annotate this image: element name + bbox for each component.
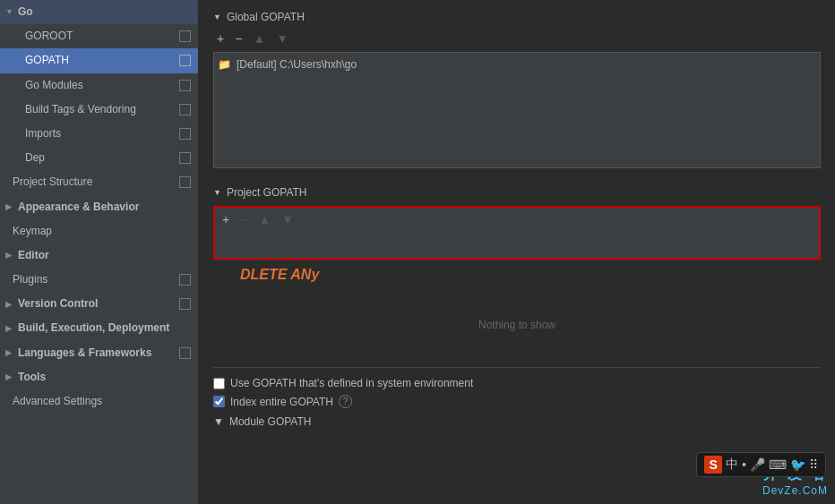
project-structure-icon (179, 176, 191, 188)
global-gopath-arrow-icon[interactable] (213, 13, 221, 21)
help-icon[interactable]: ? (339, 395, 352, 408)
sidebar-item-imports[interactable]: Imports (0, 122, 198, 146)
sidebar-item-go-modules[interactable]: Go Modules (0, 73, 198, 98)
keyboard-icon: ⌨ (769, 457, 787, 472)
sidebar-item-gopath[interactable]: GOPATH (0, 48, 198, 73)
project-gopath-toolbar: + − ▲ ▼ (219, 211, 815, 227)
imports-label: Imports (25, 125, 61, 142)
version-control-label: Version Control (18, 295, 98, 312)
sidebar-item-editor[interactable]: Editor (0, 243, 198, 268)
editor-label: Editor (18, 247, 49, 264)
keymap-label: Keymap (13, 223, 52, 240)
global-path-list: 📁 [Default] C:\Users\hxh\go (213, 52, 821, 168)
global-down-button[interactable]: ▼ (272, 30, 292, 47)
project-add-button[interactable]: + (219, 211, 233, 227)
global-remove-button[interactable]: − (231, 30, 245, 47)
module-gopath-arrow-icon[interactable] (213, 415, 224, 428)
main-content: Global GOPATH + − ▲ ▼ 📁 [Default] C:\Use… (199, 0, 835, 504)
project-path-box: + − ▲ ▼ (213, 206, 821, 260)
languages-arrow-icon (5, 346, 14, 359)
delete-annotation: DLETE ANy (240, 267, 821, 283)
watermark-line2: DevZe.CoM (762, 484, 828, 497)
sidebar-item-go[interactable]: Go (0, 0, 198, 24)
tools-label: Tools (18, 369, 46, 386)
project-gopath-arrow-icon[interactable] (213, 188, 221, 197)
dep-label: Dep (25, 149, 45, 167)
build-tags-icon (179, 104, 191, 115)
mic-icon: 🎤 (750, 457, 765, 472)
project-gopath-header: Project GOPATH (213, 186, 821, 199)
global-gopath-section: Global GOPATH + − ▲ ▼ 📁 [Default] C:\Use… (213, 11, 821, 168)
plugins-label: Plugins (13, 271, 47, 288)
go-arrow-icon (5, 5, 14, 18)
project-up-button[interactable]: ▲ (254, 211, 274, 227)
project-gopath-title: Project GOPATH (227, 186, 307, 199)
project-down-button[interactable]: ▼ (278, 211, 297, 227)
global-gopath-title: Global GOPATH (227, 11, 305, 23)
sidebar-item-tools[interactable]: Tools (0, 365, 198, 389)
appearance-label: Appearance & Behavior (18, 199, 139, 216)
index-gopath-checkbox[interactable] (213, 396, 225, 407)
languages-label: Languages & Frameworks (18, 345, 151, 362)
sidebar-item-plugins[interactable]: Plugins (0, 268, 198, 292)
sidebar-item-keymap[interactable]: Keymap (0, 219, 198, 243)
grid-icon: ⠿ (809, 457, 818, 472)
go-label: Go (18, 4, 33, 21)
bird-icon: 🐦 (790, 457, 805, 472)
settings-sidebar: Go GOROOT GOPATH Go Modules Build Tags &… (0, 0, 199, 504)
use-gopath-label: Use GOPATH that's defined in system envi… (230, 377, 473, 389)
sidebar-item-build-tags[interactable]: Build Tags & Vendoring (0, 98, 198, 122)
global-gopath-toolbar: + − ▲ ▼ (213, 30, 821, 47)
bottom-options: Use GOPATH that's defined in system envi… (213, 367, 821, 408)
global-path-value: [Default] C:\Users\hxh\go (237, 58, 357, 71)
project-structure-label: Project Structure (13, 174, 92, 191)
project-remove-button[interactable]: − (237, 211, 251, 227)
editor-arrow-icon (5, 249, 14, 261)
sidebar-item-languages-frameworks[interactable]: Languages & Frameworks (0, 341, 198, 365)
global-path-item: 📁 [Default] C:\Users\hxh\go (218, 56, 816, 73)
global-up-button[interactable]: ▲ (249, 30, 269, 47)
build-execution-label: Build, Execution, Deployment (18, 320, 169, 337)
use-gopath-checkbox[interactable] (213, 378, 225, 389)
global-gopath-header: Global GOPATH (213, 11, 821, 23)
imports-icon (179, 128, 191, 140)
sidebar-item-advanced-settings[interactable]: Advanced Settings (0, 389, 198, 414)
go-modules-label: Go Modules (25, 77, 83, 94)
module-gopath-header: Module GOPATH (213, 415, 821, 428)
version-control-icon (179, 298, 191, 310)
sidebar-item-version-control[interactable]: Version Control (0, 292, 198, 316)
sidebar-item-dep[interactable]: Dep (0, 146, 198, 170)
advanced-settings-label: Advanced Settings (13, 393, 102, 410)
use-gopath-row: Use GOPATH that's defined in system envi… (213, 377, 821, 389)
build-execution-arrow-icon (5, 322, 14, 335)
global-add-button[interactable]: + (213, 30, 228, 47)
module-gopath-title: Module GOPATH (229, 415, 312, 428)
taskbar-overlay: S 中 • 🎤 ⌨ 🐦 ⠿ (696, 452, 826, 477)
sidebar-item-goroot[interactable]: GOROOT (0, 24, 198, 48)
go-modules-icon (179, 80, 191, 91)
dot-icon: • (742, 457, 746, 472)
s-icon: S (704, 456, 722, 474)
tools-arrow-icon (5, 371, 14, 383)
nothing-to-show-label: Nothing to show (213, 301, 821, 349)
sidebar-item-appearance-behavior[interactable]: Appearance & Behavior (0, 195, 198, 219)
goroot-label: GOROOT (25, 28, 73, 45)
index-gopath-label: Index entire GOPATH (230, 396, 333, 408)
dep-icon (179, 152, 191, 164)
build-tags-label: Build Tags & Vendoring (25, 101, 136, 118)
gopath-icon (179, 55, 191, 66)
languages-icon (179, 347, 191, 359)
project-gopath-section: Project GOPATH + − ▲ ▼ DLETE ANy Nothing… (213, 186, 821, 349)
version-control-arrow-icon (5, 298, 14, 311)
sidebar-item-project-structure[interactable]: Project Structure (0, 170, 198, 194)
goroot-icon (179, 30, 191, 42)
sidebar-item-build-execution[interactable]: Build, Execution, Deployment (0, 316, 198, 340)
index-gopath-row: Index entire GOPATH ? (213, 395, 821, 408)
appearance-arrow-icon (5, 201, 14, 213)
folder-icon: 📁 (218, 58, 231, 71)
gopath-label: GOPATH (25, 52, 69, 69)
chinese-icon: 中 (726, 457, 738, 473)
plugins-icon (179, 274, 191, 286)
